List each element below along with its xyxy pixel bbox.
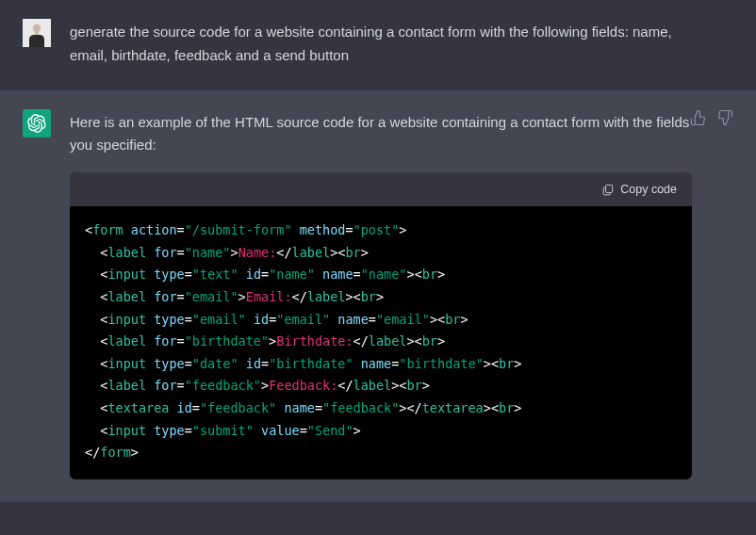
copy-code-label: Copy code	[620, 180, 677, 200]
user-message-text: generate the source code for a website c…	[70, 19, 692, 68]
svg-point-1	[33, 24, 41, 32]
code-block-header: Copy code	[70, 172, 692, 206]
thumbs-up-button[interactable]	[690, 109, 707, 126]
svg-rect-3	[606, 185, 613, 192]
svg-rect-2	[35, 31, 39, 35]
code-block: Copy code <form action="/submit-form" me…	[70, 172, 692, 479]
openai-logo-icon	[27, 114, 46, 133]
code-content[interactable]: <form action="/submit-form" method="post…	[70, 206, 692, 479]
thumbs-up-icon	[690, 109, 707, 126]
user-message: generate the source code for a website c…	[0, 0, 756, 90]
assistant-intro-text: Here is an example of the HTML source co…	[70, 111, 692, 158]
copy-code-button[interactable]: Copy code	[601, 180, 677, 200]
thumbs-down-icon	[716, 109, 733, 126]
thumbs-down-button[interactable]	[716, 109, 733, 126]
assistant-avatar	[23, 109, 51, 138]
assistant-message: Here is an example of the HTML source co…	[0, 90, 756, 502]
feedback-buttons	[690, 109, 733, 126]
person-photo-icon	[23, 19, 51, 47]
user-avatar	[23, 19, 51, 47]
clipboard-icon	[601, 183, 615, 196]
